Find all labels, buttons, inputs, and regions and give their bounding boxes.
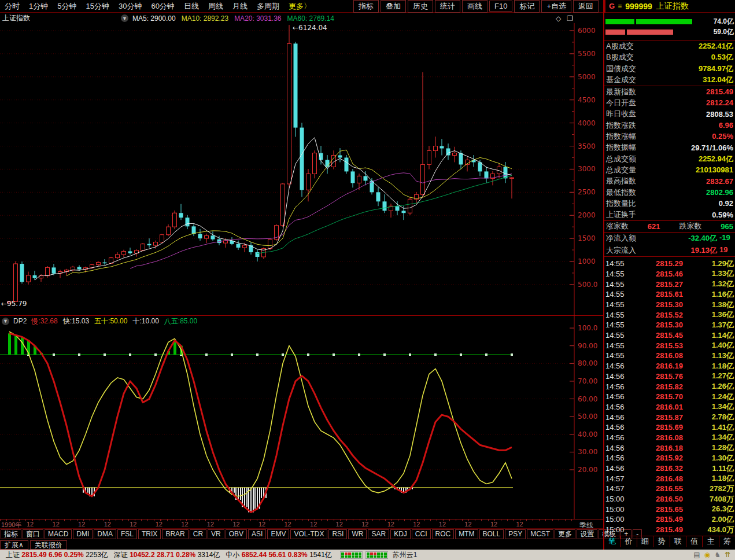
diamond-icon[interactable]: ◇ <box>556 14 561 23</box>
turnover-row-value: 0.53亿 <box>711 52 733 62</box>
extension-tab[interactable]: 关联报价 <box>30 540 67 550</box>
quote-menu-icon[interactable]: ≡ <box>618 2 622 10</box>
indicator-tab[interactable]: PSY <box>505 529 526 539</box>
indicator-tab[interactable]: RSI <box>328 529 347 539</box>
indicator-tab[interactable]: MCST <box>527 529 553 539</box>
market-quote: 深证 10452.2 28.71 0.28% 3314亿 <box>114 550 220 560</box>
svg-text:2500: 2500 <box>578 188 596 196</box>
tick-list[interactable]: 14:552815.291.29亿14:552815.461.33亿14:552… <box>604 257 735 536</box>
network-grid-cell <box>374 552 376 555</box>
market-quote: 上证 2815.49 6.96 0.25% 2253亿 <box>6 550 108 560</box>
toolbar-button[interactable]: +自选 <box>541 0 571 13</box>
quote-tab-细[interactable]: 细 <box>637 536 653 547</box>
indicator-tab[interactable]: ASI <box>248 529 266 539</box>
tick-time: 14:56 <box>605 454 632 462</box>
indicator-tab[interactable]: EMV <box>267 529 289 539</box>
period-menu-item[interactable]: 5分钟 <box>53 1 81 12</box>
x-axis-label: 12 <box>207 521 214 528</box>
decliners-value: 965 <box>721 222 733 231</box>
period-menu-item[interactable]: 60分钟 <box>146 1 179 12</box>
collapse-chevron-icon[interactable]: ▼ <box>2 318 9 325</box>
x-axis-label: 12 <box>156 521 162 528</box>
tick-time: 14:55 <box>605 270 632 278</box>
network-grid-cell <box>381 555 383 558</box>
flow-label: 净流入额 <box>606 233 636 244</box>
indicator-tab[interactable]: MACD <box>45 529 72 539</box>
period-menu-item[interactable]: 15分钟 <box>81 1 113 12</box>
period-menu-item[interactable]: 月线 <box>228 1 252 12</box>
market-price: 6852.44 <box>242 551 269 559</box>
quote-tab-联[interactable]: 联 <box>670 536 686 547</box>
tick-price: 2816.19 <box>632 362 683 370</box>
toolbar-button[interactable]: 画线 <box>462 0 487 13</box>
market-volume: 1541亿 <box>309 551 332 559</box>
indicator-tab[interactable]: TRIX <box>138 529 161 539</box>
toolbar-button[interactable]: F10 <box>489 1 512 12</box>
tick-volume: 1.11亿 <box>683 463 734 474</box>
ma-label: MA60: 2769.14 <box>287 14 334 23</box>
indicator-tab[interactable]: VOL-TDX <box>290 529 327 539</box>
toolbar-button[interactable]: 返回 <box>573 0 599 13</box>
quote-tab-笔[interactable]: 笔 <box>604 536 620 547</box>
quote-tab-势[interactable]: 势 <box>653 536 669 547</box>
indicator-tab[interactable]: 更多 <box>555 529 575 539</box>
market-price: 2815.49 <box>21 551 49 559</box>
indicator-tab[interactable]: DMA <box>94 529 116 539</box>
network-grid-cell <box>341 555 344 558</box>
quote-list-icon[interactable]: ▤ <box>693 551 700 559</box>
quote-tab-主[interactable]: 主 <box>702 536 718 547</box>
turnover-row-value: 9784.97亿 <box>699 64 733 74</box>
tick-price: 2815.53 <box>632 341 683 350</box>
indicator-tab[interactable]: VR <box>208 529 224 539</box>
indicator-tab[interactable]: MTM <box>455 529 478 539</box>
tick-time: 14:55 <box>605 351 632 360</box>
indicator-tab[interactable]: WR <box>348 529 367 539</box>
quote-tab-值[interactable]: 值 <box>686 536 702 547</box>
updown-icon[interactable]: ◉ <box>704 551 710 559</box>
indicator-tab[interactable]: DMI <box>73 529 93 539</box>
indicator-tab[interactable]: 窗口 <box>23 529 43 539</box>
dp2-indicator-chart[interactable]: 100.090.0080.0070.0060.0050.0040.0030.00… <box>0 315 603 519</box>
indicator-tab[interactable]: SAR <box>368 529 389 539</box>
period-menu-item[interactable]: 日线 <box>179 1 204 12</box>
connection-icon[interactable]: ♞ <box>714 551 721 559</box>
indicator-tab[interactable]: OBV <box>226 529 247 539</box>
period-menu-item[interactable]: 多周期 <box>252 1 284 12</box>
toolbar-button[interactable]: 标记 <box>514 0 540 13</box>
extension-tab[interactable]: 扩展∧ <box>0 540 28 550</box>
toolbar-button[interactable]: 指标 <box>353 0 379 13</box>
indicator-tab[interactable]: BOLL <box>479 529 504 539</box>
period-menu-item[interactable]: 更多〉 <box>284 1 316 12</box>
indicator-tab[interactable]: CR <box>190 529 206 539</box>
indicator-tab[interactable]: ROC <box>432 529 455 539</box>
indicator-tab[interactable]: 指标 <box>1 529 21 539</box>
svg-text:←6124.04: ←6124.04 <box>293 24 327 32</box>
period-menu-item[interactable]: 分时 <box>0 1 24 12</box>
period-menu-item[interactable]: 30分钟 <box>114 1 146 12</box>
quote-row-label: 指数涨跌 <box>606 120 636 131</box>
collapse-chevron-icon[interactable]: ▼ <box>121 14 128 22</box>
quote-tab-筹[interactable]: 筹 <box>719 536 735 547</box>
indicator-tab[interactable]: BRAR <box>162 529 188 539</box>
market-name: 上证 <box>6 551 21 559</box>
symbol-header: G ≡ 999999 上证指数 <box>604 0 735 13</box>
window-split-icon[interactable]: ❐ <box>567 14 573 23</box>
main-candlestick-chart[interactable]: 6000550050004500400035003000250020001500… <box>0 23 603 315</box>
toolbar-button[interactable]: 历史 <box>408 0 433 13</box>
indicator-tab[interactable]: 设置 <box>577 529 597 539</box>
period-menu-item[interactable]: 周线 <box>204 1 228 12</box>
turnover-row-label: 国债成交 <box>606 64 636 74</box>
toolbar-button[interactable]: 叠加 <box>381 0 406 13</box>
server-name[interactable]: 苏州云1 <box>393 550 418 560</box>
toolbar-button[interactable]: 统计 <box>435 0 460 13</box>
signal-icon[interactable]: ⇈ <box>725 551 730 559</box>
advancers-decliners-row: 涨家数 621 跌家数 965 <box>604 221 735 233</box>
indicator-tab[interactable]: KDJ <box>390 529 411 539</box>
tick-time: 14:57 <box>605 474 632 483</box>
network-grid-cell <box>355 552 358 555</box>
quote-tab-价[interactable]: 价 <box>620 536 636 547</box>
period-menu-item[interactable]: 1分钟 <box>24 1 53 12</box>
indicator-tab[interactable]: FSL <box>117 529 137 539</box>
indicator-tab[interactable]: CCI <box>412 529 431 539</box>
tick-row: 14:552816.081.13亿 <box>604 351 735 361</box>
